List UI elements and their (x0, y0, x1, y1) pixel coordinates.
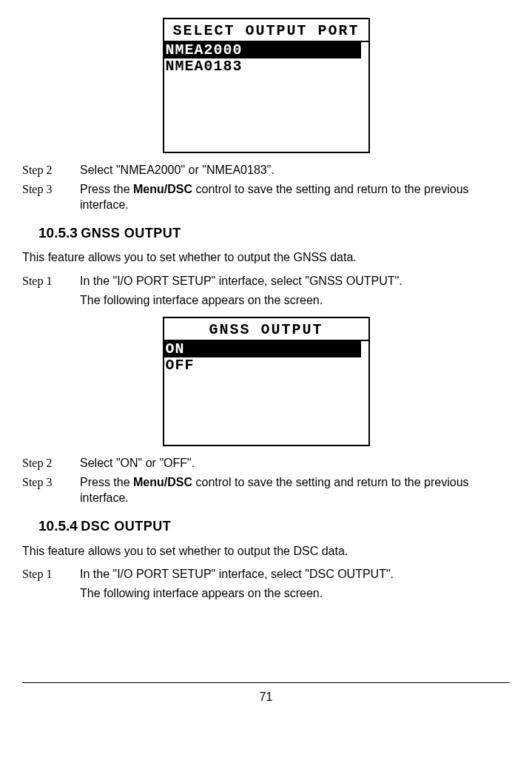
heading-number: 10.5.4 (38, 518, 78, 534)
step-label: Step 3 (22, 181, 80, 213)
step-label: Step 3 (22, 474, 80, 506)
lcd-option-selected: NMEA2000 (164, 42, 361, 58)
step-label: Step 1 (22, 273, 80, 308)
step-label: Step 1 (22, 566, 80, 601)
text-bold: Menu/DSC (133, 183, 192, 195)
step-row: Step 1 In the "I/O PORT SETUP" interface… (22, 273, 510, 308)
page-number: 71 (260, 690, 273, 703)
lcd-option: NMEA0183 (164, 58, 368, 75)
step-text: In the "I/O PORT SETUP" interface, selec… (80, 566, 510, 601)
text-bold: Menu/DSC (133, 476, 192, 488)
section-intro: This feature allows you to set whether t… (22, 249, 510, 266)
lcd-screen-gnss-output: GNSS OUTPUT ON OFF (163, 317, 370, 446)
step-row: Step 2 Select "ON" or "OFF". (22, 455, 510, 471)
heading-title: DSC OUTPUT (81, 519, 171, 534)
step-row: Step 3 Press the Menu/DSC control to sav… (22, 474, 510, 506)
step-text: In the "I/O PORT SETUP" interface, selec… (80, 273, 510, 308)
text-pre: Press the (80, 183, 133, 195)
step-row: Step 1 In the "I/O PORT SETUP" interface… (22, 566, 510, 601)
heading-number: 10.5.3 (38, 225, 78, 241)
page-footer: 71 (22, 682, 510, 705)
step-label: Step 2 (22, 455, 80, 471)
step-text: Select "NMEA2000" or "NMEA0183". (80, 162, 510, 178)
section-heading-10-5-4: 10.5.4 DSC OUTPUT (38, 517, 510, 536)
step-text: Select "ON" or "OFF". (80, 455, 510, 471)
text-pre: Press the (80, 476, 133, 488)
section-heading-10-5-3: 10.5.3 GNSS OUTPUT (38, 223, 510, 243)
step-text-line: The following interface appears on the s… (80, 585, 510, 602)
step-label: Step 2 (22, 162, 80, 178)
lcd-body: ON OFF (164, 341, 368, 445)
lcd-screen-select-output-port: SELECT OUTPUT PORT NMEA2000 NMEA0183 (163, 18, 370, 153)
step-text: Press the Menu/DSC control to save the s… (80, 474, 510, 506)
step-text-line: In the "I/O PORT SETUP" interface, selec… (80, 273, 510, 289)
lcd-body: NMEA2000 NMEA0183 (164, 42, 368, 152)
section-intro: This feature allows you to set whether t… (22, 543, 510, 559)
lcd-title: GNSS OUTPUT (164, 318, 368, 341)
step-row: Step 2 Select "NMEA2000" or "NMEA0183". (22, 162, 510, 178)
lcd-option-selected: ON (164, 341, 361, 357)
heading-title: GNSS OUTPUT (81, 226, 181, 241)
step-text-line: In the "I/O PORT SETUP" interface, selec… (80, 566, 510, 582)
lcd-option: OFF (164, 357, 368, 374)
step-row: Step 3 Press the Menu/DSC control to sav… (22, 181, 510, 213)
step-text: Press the Menu/DSC control to save the s… (80, 181, 510, 213)
lcd-title: SELECT OUTPUT PORT (164, 19, 368, 42)
step-text-line: The following interface appears on the s… (80, 292, 510, 309)
